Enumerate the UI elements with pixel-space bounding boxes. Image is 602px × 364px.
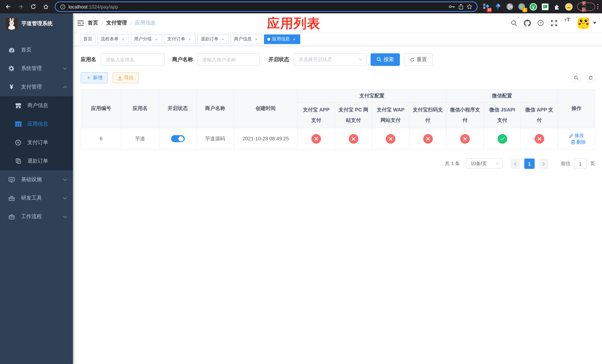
export-button[interactable]: 导出 bbox=[113, 72, 139, 83]
prev-page-button[interactable] bbox=[511, 159, 520, 169]
tab-process-form[interactable]: 流程表单× bbox=[97, 34, 129, 44]
extension-notes-icon[interactable] bbox=[541, 3, 549, 11]
sidebar-item-label: 退款订单 bbox=[27, 158, 48, 164]
cell-app-name: 芋道 bbox=[121, 128, 159, 150]
url-path: :1024/pay/app bbox=[87, 4, 118, 10]
close-icon[interactable]: × bbox=[292, 36, 297, 42]
refund-order-icon bbox=[15, 158, 22, 164]
sidebar-item-system[interactable]: 系统管理 bbox=[0, 59, 73, 78]
extensions-puzzle-icon[interactable] bbox=[553, 3, 561, 11]
app-title: 芋道管理系统 bbox=[22, 20, 53, 27]
col-app-name: 应用名 bbox=[121, 89, 159, 128]
status-label: 开启状态 bbox=[269, 56, 289, 63]
password-key-icon[interactable] bbox=[449, 4, 455, 9]
app-table: 应用编号 应用名 开启状态 商户名称 创建时间 支付宝配置 微信配置 操作 支付… bbox=[81, 89, 595, 150]
edit-link[interactable]: 修改 bbox=[569, 132, 584, 139]
browser-update-button[interactable]: 更新 bbox=[577, 3, 595, 11]
sidebar-item-refund-order[interactable]: 退款订单 bbox=[0, 152, 73, 170]
close-icon[interactable]: × bbox=[187, 36, 192, 42]
table-row: 6 芋道 芋道源码 2021-10-23 08:49:25 bbox=[81, 128, 595, 150]
logo-row[interactable]: 芋道管理系统 bbox=[0, 13, 73, 34]
status-toggle[interactable] bbox=[171, 135, 184, 142]
next-page-button[interactable] bbox=[539, 159, 548, 169]
sidebar-item-merchant-info[interactable]: 商户信息 bbox=[0, 96, 73, 115]
tab-refund-order[interactable]: 退款订单× bbox=[197, 34, 229, 44]
yen-icon: ¥ bbox=[8, 83, 15, 91]
page-size-select[interactable]: 10条/页 bbox=[466, 159, 502, 169]
goto-page-input[interactable] bbox=[574, 159, 587, 169]
sidebar-item-pay-order[interactable]: ¥ 支付订单 bbox=[0, 133, 73, 152]
grid-icon bbox=[15, 121, 22, 127]
font-size-icon[interactable]: TT bbox=[562, 16, 572, 30]
app-name-label: 应用名 bbox=[81, 56, 96, 63]
avatar-caret-icon[interactable] bbox=[593, 22, 596, 24]
sidebar: 芋道管理系统 首页 系统管理 ¥ 支付管理 bbox=[0, 13, 73, 364]
extension-kite-icon[interactable] bbox=[494, 3, 502, 11]
toolbox-icon bbox=[8, 195, 15, 201]
chevron-down-icon bbox=[63, 67, 67, 70]
close-icon[interactable]: × bbox=[254, 36, 259, 42]
search-icon[interactable] bbox=[509, 16, 519, 30]
search-button[interactable]: 搜索 bbox=[371, 53, 400, 66]
profile-avatar-icon[interactable] bbox=[565, 3, 573, 11]
sidebar-item-home[interactable]: 首页 bbox=[0, 41, 73, 59]
sidebar-item-app-info[interactable]: 应用信息 bbox=[0, 115, 73, 133]
merchant-name-input[interactable] bbox=[197, 53, 259, 66]
store-icon bbox=[15, 103, 22, 108]
user-avatar[interactable] bbox=[578, 17, 589, 29]
extension-command-icon[interactable] bbox=[506, 3, 514, 11]
browser-menu-icon[interactable] bbox=[597, 4, 598, 9]
share-icon[interactable] bbox=[458, 4, 463, 10]
tab-pay-order[interactable]: 支付订单× bbox=[164, 34, 195, 44]
fullscreen-icon[interactable] bbox=[549, 16, 559, 30]
delete-link[interactable]: 删除 bbox=[571, 139, 586, 145]
sidebar-item-label: 研发工具 bbox=[21, 195, 42, 202]
tab-user-group[interactable]: 用户分组× bbox=[131, 34, 162, 44]
breadcrumb-section[interactable]: 支付管理 bbox=[106, 20, 127, 26]
sidebar-item-devtools[interactable]: 研发工具 bbox=[0, 189, 73, 207]
sidebar-item-payment[interactable]: ¥ 支付管理 bbox=[0, 78, 73, 96]
cell-app-id: 6 bbox=[81, 128, 121, 150]
extension-y-icon[interactable]: y bbox=[529, 3, 537, 11]
hide-search-icon[interactable] bbox=[572, 73, 581, 82]
annotation-title: 应用列表 bbox=[267, 15, 320, 32]
extension-proxy-icon[interactable]: 1 bbox=[517, 3, 525, 11]
browser-forward-icon[interactable] bbox=[17, 3, 24, 10]
status-select[interactable]: 请选择开启状态 bbox=[294, 53, 366, 66]
breadcrumb: 首页 / 支付管理 / 应用信息 bbox=[88, 20, 156, 26]
page-number-button[interactable]: 1 bbox=[524, 159, 535, 169]
breadcrumb-separator: / bbox=[101, 20, 103, 26]
browser-home-icon[interactable] bbox=[42, 3, 50, 10]
breadcrumb-home[interactable]: 首页 bbox=[88, 20, 98, 26]
sidebar-item-label: 系统管理 bbox=[21, 65, 42, 72]
toolbar: ＋ 新增 导出 bbox=[81, 72, 595, 83]
close-icon[interactable]: × bbox=[220, 36, 226, 42]
extension-workflow-icon[interactable]: 10 bbox=[482, 3, 490, 11]
tab-label: 商户信息 bbox=[234, 36, 252, 42]
tab-home[interactable]: 首页 bbox=[80, 34, 96, 44]
briefcase-icon bbox=[8, 214, 15, 219]
site-info-icon[interactable] bbox=[60, 4, 65, 10]
browser-back-icon[interactable] bbox=[4, 3, 12, 10]
help-icon[interactable]: ? bbox=[535, 16, 546, 30]
reset-button[interactable]: 重置 bbox=[404, 53, 433, 66]
add-button[interactable]: ＋ 新增 bbox=[81, 72, 108, 83]
tab-merchant-info[interactable]: 商户信息× bbox=[231, 34, 262, 44]
sidebar-item-workflow[interactable]: 工作流程 bbox=[0, 207, 73, 226]
sidebar-collapse-icon[interactable] bbox=[73, 13, 88, 32]
github-icon[interactable] bbox=[522, 16, 532, 30]
bookmark-star-icon[interactable] bbox=[466, 4, 473, 10]
group-alipay-config: 支付宝配置 bbox=[298, 89, 446, 102]
col-app-id: 应用编号 bbox=[81, 89, 121, 128]
address-bar[interactable]: localhost:1024/pay/app bbox=[55, 1, 478, 12]
tab-app-info[interactable]: 应用信息× bbox=[264, 34, 300, 44]
app-name-input[interactable] bbox=[101, 53, 165, 66]
refresh-icon[interactable] bbox=[586, 73, 595, 82]
extension-badge: 1 bbox=[522, 8, 527, 12]
url-text[interactable]: localhost:1024/pay/app bbox=[68, 4, 118, 10]
sidebar-item-infra[interactable]: 基础设施 bbox=[0, 170, 73, 189]
close-icon[interactable]: × bbox=[154, 36, 159, 42]
browser-reload-icon[interactable] bbox=[30, 3, 37, 10]
tab-label: 用户分组 bbox=[134, 36, 152, 42]
close-icon[interactable]: × bbox=[120, 36, 126, 42]
